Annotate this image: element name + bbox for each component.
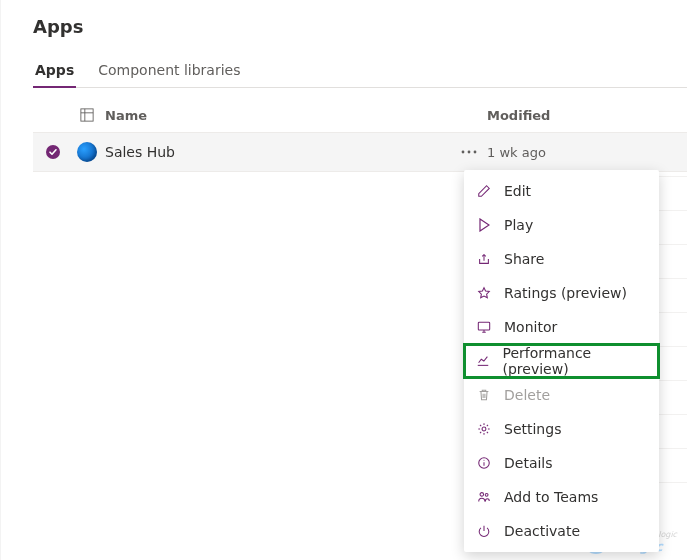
svg-rect-0 <box>81 109 93 121</box>
menu-delete: Delete <box>464 378 659 412</box>
menu-label: Play <box>504 217 533 233</box>
row-dividers <box>657 176 687 516</box>
table-header: Name Modified <box>33 88 687 132</box>
menu-add-to-teams[interactable]: Add to Teams <box>464 480 659 514</box>
menu-monitor[interactable]: Monitor <box>464 310 659 344</box>
context-menu: Edit Play Share Ratings (preview) <box>464 170 659 552</box>
menu-performance[interactable]: Performance (preview) <box>464 344 659 378</box>
menu-label: Add to Teams <box>504 489 598 505</box>
menu-label: Ratings (preview) <box>504 285 627 301</box>
svg-point-11 <box>480 493 484 497</box>
menu-details[interactable]: Details <box>464 446 659 480</box>
menu-label: Deactivate <box>504 523 580 539</box>
menu-label: Details <box>504 455 553 471</box>
menu-label: Delete <box>504 387 550 403</box>
menu-ratings[interactable]: Ratings (preview) <box>464 276 659 310</box>
svg-point-8 <box>482 427 486 431</box>
svg-point-6 <box>474 151 477 154</box>
svg-point-12 <box>485 493 488 496</box>
app-icon <box>77 142 97 162</box>
pencil-icon <box>476 183 492 199</box>
trash-icon <box>476 387 492 403</box>
menu-label: Performance (preview) <box>503 345 647 377</box>
menu-label: Edit <box>504 183 531 199</box>
table-row[interactable]: Sales Hub 1 wk ago <box>33 132 687 172</box>
tab-apps[interactable]: Apps <box>33 56 76 88</box>
menu-label: Settings <box>504 421 561 437</box>
teams-icon <box>476 489 492 505</box>
gear-icon <box>476 421 492 437</box>
menu-label: Monitor <box>504 319 557 335</box>
power-icon <box>476 523 492 539</box>
column-header-modified[interactable]: Modified <box>487 108 687 123</box>
tab-component-libraries[interactable]: Component libraries <box>96 56 242 88</box>
menu-settings[interactable]: Settings <box>464 412 659 446</box>
play-icon <box>476 217 492 233</box>
modified-value: 1 wk ago <box>487 145 687 160</box>
menu-edit[interactable]: Edit <box>464 174 659 208</box>
column-header-name[interactable]: Name <box>101 108 451 123</box>
row-more-button[interactable] <box>451 150 487 154</box>
selected-check-icon[interactable] <box>45 144 61 160</box>
chart-line-icon <box>476 353 491 369</box>
tabs: Apps Component libraries <box>33 55 687 88</box>
column-picker-icon[interactable] <box>73 108 101 122</box>
app-name[interactable]: Sales Hub <box>101 144 451 160</box>
info-icon <box>476 455 492 471</box>
svg-point-4 <box>462 151 465 154</box>
share-icon <box>476 251 492 267</box>
page-title: Apps <box>33 16 687 37</box>
svg-point-10 <box>483 460 484 461</box>
menu-share[interactable]: Share <box>464 242 659 276</box>
menu-play[interactable]: Play <box>464 208 659 242</box>
star-icon <box>476 285 492 301</box>
svg-rect-7 <box>478 322 489 330</box>
svg-point-5 <box>468 151 471 154</box>
menu-deactivate[interactable]: Deactivate <box>464 514 659 548</box>
menu-label: Share <box>504 251 544 267</box>
monitor-icon <box>476 319 492 335</box>
